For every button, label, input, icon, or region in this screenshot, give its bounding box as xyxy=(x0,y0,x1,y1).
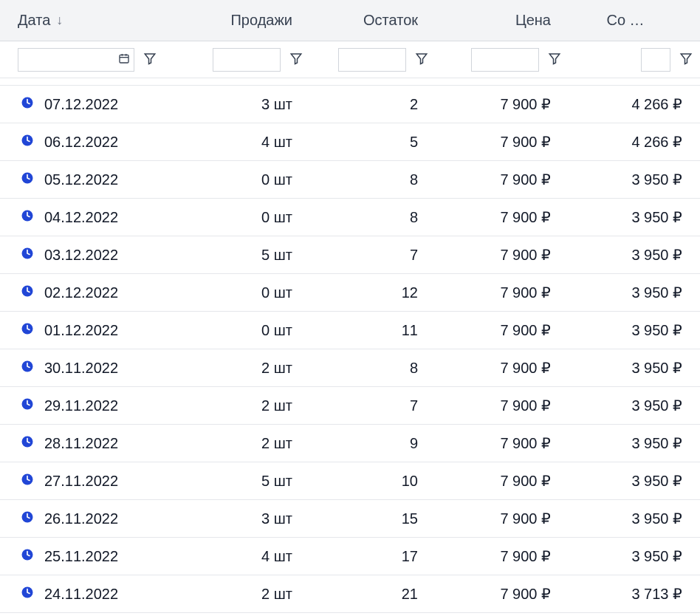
table-row[interactable]: 28.11.20222 шт97 900 ₽3 950 ₽ xyxy=(0,425,700,462)
date-value: 04.12.2022 xyxy=(44,209,118,226)
table-row[interactable]: 25.11.20224 шт177 900 ₽3 950 ₽ xyxy=(0,538,700,575)
date-cell: 24.11.2022 xyxy=(0,586,192,603)
price-cell: 7 900 ₽ xyxy=(436,397,569,414)
filter-stock-input[interactable] xyxy=(338,48,406,72)
clock-icon xyxy=(21,473,34,490)
date-value: 07.12.2022 xyxy=(44,96,118,113)
price-cell: 7 900 ₽ xyxy=(436,585,569,603)
table-row[interactable]: 04.12.20220 шт87 900 ₽3 950 ₽ xyxy=(0,199,700,236)
stock-cell: 9 xyxy=(310,435,436,452)
sales-cell: 2 шт xyxy=(192,360,310,377)
stock-cell: 8 xyxy=(310,360,436,377)
date-value: 01.12.2022 xyxy=(44,322,118,339)
date-value: 25.11.2022 xyxy=(44,548,118,565)
sales-cell: 2 шт xyxy=(192,586,310,603)
svg-marker-5 xyxy=(291,54,301,64)
svg-marker-7 xyxy=(549,54,560,64)
header-stock[interactable]: Остаток xyxy=(310,12,436,29)
stock-cell: 12 xyxy=(310,284,436,301)
filter-icon[interactable] xyxy=(289,52,303,68)
price-cell: 7 900 ₽ xyxy=(436,95,569,113)
data-table: Дата ↓ Продажи Остаток Цена Со … xyxy=(0,0,700,613)
svg-marker-6 xyxy=(416,54,427,64)
spacer xyxy=(0,78,700,86)
header-stock-label: Остаток xyxy=(363,12,418,28)
table-filter-row xyxy=(0,41,700,78)
price-cell: 7 900 ₽ xyxy=(436,321,569,339)
price-cell: 7 900 ₽ xyxy=(436,246,569,264)
header-sales[interactable]: Продажи xyxy=(192,12,310,29)
filter-icon[interactable] xyxy=(143,52,157,68)
clock-icon xyxy=(21,435,34,452)
date-cell: 06.12.2022 xyxy=(0,134,192,151)
clock-icon xyxy=(21,247,34,264)
sales-cell: 4 шт xyxy=(192,134,310,151)
svg-marker-8 xyxy=(681,54,691,64)
table-row[interactable]: 06.12.20224 шт57 900 ₽4 266 ₽ xyxy=(0,123,700,161)
price-cell: 7 900 ₽ xyxy=(436,171,569,188)
header-cost[interactable]: Со … xyxy=(569,12,700,29)
sales-cell: 5 шт xyxy=(192,473,310,490)
table-row[interactable]: 29.11.20222 шт77 900 ₽3 950 ₽ xyxy=(0,387,700,425)
table-row[interactable]: 02.12.20220 шт127 900 ₽3 950 ₽ xyxy=(0,274,700,312)
filter-cost-input[interactable] xyxy=(641,48,670,72)
clock-icon xyxy=(21,548,34,565)
sales-cell: 5 шт xyxy=(192,247,310,264)
price-cell: 7 900 ₽ xyxy=(436,208,569,226)
table-row[interactable]: 07.12.20223 шт27 900 ₽4 266 ₽ xyxy=(0,86,700,123)
stock-cell: 8 xyxy=(310,171,436,188)
date-value: 30.11.2022 xyxy=(44,360,118,377)
sort-descending-icon: ↓ xyxy=(56,13,63,28)
table-row[interactable]: 27.11.20225 шт107 900 ₽3 950 ₽ xyxy=(0,462,700,500)
header-price[interactable]: Цена xyxy=(436,12,569,29)
cost-cell: 3 950 ₽ xyxy=(569,547,700,565)
date-value: 05.12.2022 xyxy=(44,171,118,188)
cost-cell: 3 950 ₽ xyxy=(569,397,700,414)
cost-cell: 3 950 ₽ xyxy=(569,359,700,377)
cost-cell: 3 950 ₽ xyxy=(569,208,700,226)
date-value: 06.12.2022 xyxy=(44,134,118,151)
clock-icon xyxy=(21,360,34,377)
date-cell: 26.11.2022 xyxy=(0,510,192,527)
sales-cell: 4 шт xyxy=(192,548,310,565)
cost-cell: 4 266 ₽ xyxy=(569,95,700,113)
stock-cell: 2 xyxy=(310,96,436,113)
header-sales-label: Продажи xyxy=(230,12,292,28)
stock-cell: 7 xyxy=(310,397,436,414)
price-cell: 7 900 ₽ xyxy=(436,434,569,452)
table-row[interactable]: 01.12.20220 шт117 900 ₽3 950 ₽ xyxy=(0,312,700,349)
sales-cell: 0 шт xyxy=(192,171,310,188)
stock-cell: 21 xyxy=(310,586,436,603)
sales-cell: 3 шт xyxy=(192,96,310,113)
table-row[interactable]: 30.11.20222 шт87 900 ₽3 950 ₽ xyxy=(0,349,700,387)
date-value: 28.11.2022 xyxy=(44,435,118,452)
clock-icon xyxy=(21,322,34,339)
price-cell: 7 900 ₽ xyxy=(436,133,569,151)
price-cell: 7 900 ₽ xyxy=(436,284,569,301)
date-cell: 07.12.2022 xyxy=(0,96,192,113)
sales-cell: 0 шт xyxy=(192,209,310,226)
date-value: 03.12.2022 xyxy=(44,247,118,264)
price-cell: 7 900 ₽ xyxy=(436,359,569,377)
date-value: 02.12.2022 xyxy=(44,284,118,301)
date-cell: 02.12.2022 xyxy=(0,284,192,301)
filter-icon[interactable] xyxy=(415,52,428,68)
table-row[interactable]: 03.12.20225 шт77 900 ₽3 950 ₽ xyxy=(0,236,700,274)
table-row[interactable]: 24.11.20222 шт217 900 ₽3 713 ₽ xyxy=(0,575,700,613)
stock-cell: 8 xyxy=(310,209,436,226)
cost-cell: 3 950 ₽ xyxy=(569,171,700,188)
clock-icon xyxy=(21,284,34,301)
table-row[interactable]: 05.12.20220 шт87 900 ₽3 950 ₽ xyxy=(0,161,700,199)
filter-date-input[interactable] xyxy=(18,48,134,72)
clock-icon xyxy=(21,586,34,603)
table-row[interactable]: 26.11.20223 шт157 900 ₽3 950 ₽ xyxy=(0,500,700,538)
filter-icon[interactable] xyxy=(679,52,693,68)
header-date[interactable]: Дата ↓ xyxy=(0,12,192,29)
filter-sales-input[interactable] xyxy=(213,48,281,72)
filter-icon[interactable] xyxy=(548,52,561,68)
date-cell: 25.11.2022 xyxy=(0,548,192,565)
stock-cell: 17 xyxy=(310,548,436,565)
filter-price-input[interactable] xyxy=(471,48,539,72)
clock-icon xyxy=(21,134,34,151)
sales-cell: 2 шт xyxy=(192,397,310,414)
